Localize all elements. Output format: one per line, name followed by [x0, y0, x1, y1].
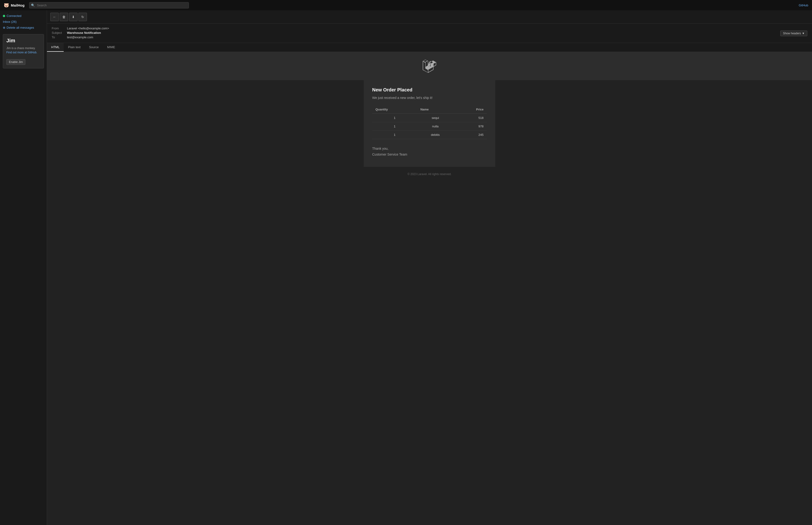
tab-mime[interactable]: MIME: [103, 43, 119, 52]
app-title: MailHog: [11, 3, 25, 7]
download-button[interactable]: ⬇: [69, 13, 78, 21]
row1-qty: 1: [372, 114, 417, 122]
row3-price: 245: [454, 131, 487, 139]
to-row: To test@example.com: [52, 35, 807, 39]
email-tabs: HTML Plain text Source MIME: [47, 43, 812, 52]
delete-all-link[interactable]: ⊗ Delete all messages: [3, 26, 44, 29]
laravel-logo: [423, 59, 436, 73]
pig-icon: 🐷: [4, 3, 9, 8]
refresh-button[interactable]: ↻: [78, 13, 87, 21]
row1-name: sequi: [417, 114, 454, 122]
search-input[interactable]: [29, 2, 189, 9]
subject-label: Subject: [52, 31, 67, 34]
search-icon: 🔍: [31, 3, 35, 7]
connection-status: Connected: [3, 14, 44, 18]
back-button[interactable]: ←: [50, 13, 59, 21]
row2-price: 978: [454, 122, 487, 131]
subject-row: Subject Warehouse Notification: [52, 31, 807, 34]
col-quantity: Quantity: [372, 105, 417, 114]
status-dot: [3, 15, 5, 17]
jim-github-link[interactable]: Find out more at GitHub.: [6, 51, 37, 54]
col-name: Name: [417, 105, 454, 114]
enable-jim-button[interactable]: Enable Jim: [6, 59, 25, 65]
jim-box: Jim Jim is a chaos monkey. Find out more…: [3, 34, 44, 69]
to-label: To: [52, 35, 67, 39]
table-row: 1 debitis 245: [372, 131, 487, 139]
show-headers-button[interactable]: Show headers ▼: [780, 31, 807, 36]
row3-name: debitis: [417, 131, 454, 139]
row2-qty: 1: [372, 122, 417, 131]
chevron-down-icon: ▼: [802, 32, 805, 35]
order-description: We just received a new order, let's ship…: [372, 96, 487, 100]
row2-name: nulla: [417, 122, 454, 131]
tab-plain-text[interactable]: Plain text: [64, 43, 85, 52]
github-link[interactable]: GitHub: [799, 3, 808, 7]
tab-html[interactable]: HTML: [47, 43, 64, 52]
main-layout: Connected Inbox (26) ⊗ Delete all messag…: [0, 10, 812, 525]
email-toolbar: ← 🗑 ⬇ ↻: [47, 10, 812, 24]
email-meta: From Laravel <hello@example.com> Subject…: [47, 24, 812, 43]
email-card: New Order Placed We just received a new …: [364, 80, 495, 167]
order-table: Quantity Name Price 1 sequi 518 1: [372, 105, 487, 139]
circle-x-icon: ⊗: [3, 26, 5, 29]
content-area: ← 🗑 ⬇ ↻ From Laravel <hello@example.com>…: [47, 10, 812, 525]
order-title: New Order Placed: [372, 87, 487, 93]
subject-value: Warehouse Notification: [67, 31, 101, 34]
topbar: 🐷 MailHog 🔍 GitHub: [0, 0, 812, 10]
sidebar: Connected Inbox (26) ⊗ Delete all messag…: [0, 10, 47, 525]
table-row: 1 sequi 518: [372, 114, 487, 122]
thank-you-text: Thank you, Customer Service Team: [372, 146, 487, 158]
to-value: test@example.com: [67, 35, 93, 39]
delete-button[interactable]: 🗑: [60, 13, 68, 21]
jim-title: Jim: [6, 38, 41, 44]
from-row: From Laravel <hello@example.com>: [52, 27, 807, 30]
row1-price: 518: [454, 114, 487, 122]
email-body: New Order Placed We just received a new …: [47, 52, 812, 525]
search-wrapper: 🔍: [29, 2, 189, 9]
app-logo: 🐷 MailHog: [4, 3, 25, 8]
row3-qty: 1: [372, 131, 417, 139]
tab-source[interactable]: Source: [85, 43, 103, 52]
laravel-header: [47, 52, 812, 80]
inbox-link[interactable]: Inbox (26): [3, 20, 44, 24]
from-label: From: [52, 27, 67, 30]
table-row: 1 nulla 978: [372, 122, 487, 131]
jim-description: Jim is a chaos monkey. Find out more at …: [6, 46, 41, 55]
connected-label: Connected: [6, 14, 21, 18]
email-footer: © 2023 Laravel. All rights reserved.: [364, 167, 495, 185]
from-value: Laravel <hello@example.com>: [67, 27, 109, 30]
col-price: Price: [454, 105, 487, 114]
